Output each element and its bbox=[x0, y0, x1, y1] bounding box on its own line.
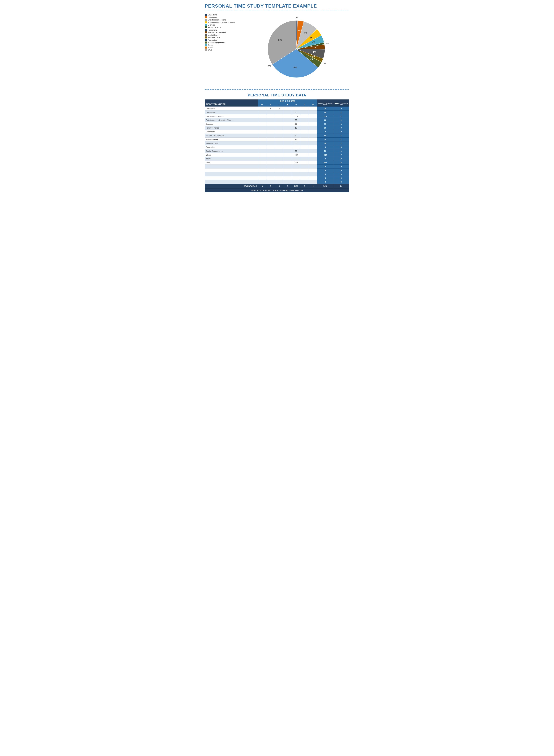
td-day-r: 15 bbox=[292, 126, 300, 130]
td-day-sa bbox=[309, 126, 317, 130]
td-activity: Personal Care bbox=[205, 142, 258, 145]
td-weekly-hrs: 1 bbox=[333, 142, 349, 145]
td-activity bbox=[205, 176, 258, 180]
td-activity: Homework bbox=[205, 130, 258, 134]
td-day-w bbox=[283, 172, 292, 176]
td-day-sa bbox=[309, 180, 317, 184]
td-day-su bbox=[258, 145, 266, 149]
td-weekly-hrs: 0 bbox=[333, 165, 349, 168]
legend: Class Time Commuting Entertainment - Hom… bbox=[205, 14, 242, 52]
td-day-sa bbox=[309, 168, 317, 172]
td-activity: Recreation bbox=[205, 145, 258, 149]
td-day-m bbox=[266, 149, 275, 153]
td-weekly-mins: 30 bbox=[317, 142, 333, 145]
legend-item: Personal Care bbox=[205, 37, 242, 39]
td-weekly-hrs: 0 bbox=[333, 107, 349, 110]
footer-note: DAILY TOTALS SHOULD EQUAL 24 HOURS | 144… bbox=[205, 189, 349, 192]
table-row: Entertainment - Home1201202 bbox=[205, 114, 349, 118]
td-day-w bbox=[283, 110, 292, 114]
td-day-r bbox=[292, 165, 300, 168]
td-day-r bbox=[292, 176, 300, 180]
pie-outer-label: 0% bbox=[268, 65, 271, 67]
td-day-t bbox=[275, 157, 283, 161]
td-activity: Family / Friends bbox=[205, 126, 258, 130]
td-day-t bbox=[275, 149, 283, 153]
table-row: Class Time55100 bbox=[205, 107, 349, 110]
td-day-su bbox=[258, 176, 266, 180]
legend-item: Social Engagements bbox=[205, 42, 242, 44]
td-day-su bbox=[258, 107, 266, 110]
table-row: Social Engagements50501 bbox=[205, 149, 349, 153]
td-weekly-hrs: 1 bbox=[333, 110, 349, 114]
td-day-f bbox=[300, 138, 309, 142]
td-day-su bbox=[258, 138, 266, 142]
td-activity: Meals / Eating bbox=[205, 138, 258, 142]
td-day-m bbox=[266, 157, 275, 161]
legend-label: Entertainment - Home bbox=[208, 19, 226, 21]
td-day-su bbox=[258, 142, 266, 145]
legend-item: Internet / Social Media bbox=[205, 32, 242, 34]
td-day-f bbox=[300, 142, 309, 145]
th-day: M bbox=[266, 103, 275, 107]
chart-section: Class Time Commuting Entertainment - Hom… bbox=[205, 14, 349, 84]
legend-swatch bbox=[205, 14, 207, 16]
td-day-m bbox=[266, 161, 275, 165]
grand-total-day: 0 bbox=[309, 184, 317, 189]
legend-label: Homework bbox=[208, 29, 217, 31]
td-day-t bbox=[275, 122, 283, 126]
td-day-sa bbox=[309, 172, 317, 176]
td-activity bbox=[205, 168, 258, 172]
td-day-f bbox=[300, 107, 309, 110]
legend-label: Meals / Eating bbox=[208, 34, 220, 36]
table-body: Class Time55100Commuting50501Entertainme… bbox=[205, 107, 349, 184]
td-day-su bbox=[258, 130, 266, 134]
td-weekly-hrs: 0 bbox=[333, 172, 349, 176]
td-day-r bbox=[292, 145, 300, 149]
legend-label: Work bbox=[208, 49, 212, 51]
td-day-r: 75 bbox=[292, 138, 300, 142]
legend-item: Travel bbox=[205, 47, 242, 49]
td-day-t bbox=[275, 161, 283, 165]
td-day-r: 420 bbox=[292, 153, 300, 157]
td-day-t bbox=[275, 153, 283, 157]
td-weekly-hrs: 7 bbox=[333, 153, 349, 157]
th-day: F bbox=[300, 103, 309, 107]
td-day-t bbox=[275, 130, 283, 134]
td-weekly-mins: 15 bbox=[317, 126, 333, 130]
td-day-m bbox=[266, 134, 275, 138]
legend-swatch bbox=[205, 21, 207, 23]
td-activity: Internet / Social Media bbox=[205, 134, 258, 138]
td-day-t bbox=[275, 138, 283, 142]
td-day-r: 50 bbox=[292, 149, 300, 153]
td-day-m bbox=[266, 110, 275, 114]
td-day-f bbox=[300, 118, 309, 122]
legend-swatch bbox=[205, 19, 207, 21]
td-day-w bbox=[283, 149, 292, 153]
legend-swatch bbox=[205, 27, 207, 29]
grand-total-day: 5 bbox=[275, 184, 283, 189]
pie-slice-label: 4% bbox=[312, 41, 315, 43]
td-day-sa bbox=[309, 118, 317, 122]
td-day-w bbox=[283, 142, 292, 145]
td-day-r: 40 bbox=[292, 134, 300, 138]
grand-total-day: 5 bbox=[266, 184, 275, 189]
legend-label: Family / Friends bbox=[208, 27, 221, 29]
table-row: Commuting50501 bbox=[205, 110, 349, 114]
pie-slice-label: 30% bbox=[293, 66, 297, 68]
td-day-f bbox=[300, 157, 309, 161]
td-weekly-mins: 10 bbox=[317, 107, 333, 110]
pie-outer-label: 0% bbox=[323, 62, 326, 64]
grand-total-mins: 1410 bbox=[317, 184, 333, 189]
td-day-f bbox=[300, 134, 309, 138]
legend-label: Personal Care bbox=[208, 37, 220, 39]
pie-outer-label: 0% bbox=[296, 16, 298, 18]
td-day-t bbox=[275, 168, 283, 172]
td-day-r bbox=[292, 130, 300, 134]
td-day-m bbox=[266, 168, 275, 172]
td-activity bbox=[205, 172, 258, 176]
table-row: 00 bbox=[205, 168, 349, 172]
grand-total-row: GRAND TOTALS0550140000141024 bbox=[205, 184, 349, 189]
legend-item: Exercise bbox=[205, 24, 242, 26]
td-day-w bbox=[283, 153, 292, 157]
td-day-sa bbox=[309, 114, 317, 118]
